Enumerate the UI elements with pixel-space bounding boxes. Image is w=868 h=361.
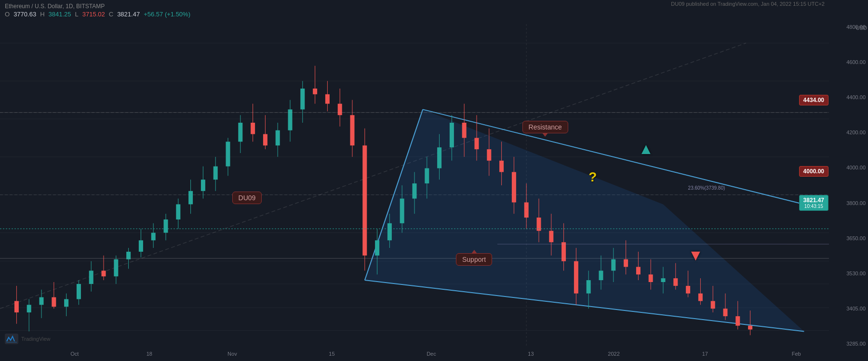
close-label: C	[109, 11, 113, 18]
time-2022: 2022	[608, 351, 619, 357]
price-level-3530: 3530.00	[846, 271, 866, 276]
du09-label: DU09	[232, 192, 262, 204]
time-oct: Oct	[70, 351, 79, 357]
price-level-4400: 4400.00	[846, 94, 866, 100]
change-value: +56.57 (+1.50%)	[144, 11, 190, 18]
chart-container: DU09 published on TradingView.com, Jan 0…	[0, 0, 868, 361]
price-badge-4434: 4434.00	[799, 95, 828, 105]
price-level-4600: 4600.00	[846, 59, 866, 65]
high-label: H	[40, 11, 44, 18]
price-level-4800: 4800.00	[846, 24, 866, 30]
time-axis: Oct 18 Nov 15 Dec 13 2022 17 Feb	[0, 347, 829, 361]
price-chart	[0, 0, 829, 361]
price-level-3405: 3405.00	[846, 306, 866, 311]
price-axis: 4800.00 4600.00 4400.00 4200.00 4000.00 …	[829, 24, 868, 347]
close-value: 3821.47	[117, 11, 140, 18]
price-level-4000: 4000.00	[846, 165, 866, 170]
chart-header: Ethereum / U.S. Dollar, 1D, BITSTAMP O 3…	[0, 0, 868, 21]
tradingview-watermark: TradingView	[5, 334, 51, 344]
high-value: 3841.25	[49, 11, 71, 18]
support-label: Support	[456, 253, 492, 266]
current-price-value: 3821.47	[803, 197, 824, 204]
current-price-time: 10:43:15	[803, 204, 824, 209]
resistance-label: Resistance	[522, 121, 568, 133]
green-up-arrow: ▲	[638, 140, 654, 158]
tradingview-logo	[5, 334, 18, 344]
tradingview-text: TradingView	[21, 336, 51, 342]
open-value: 3770.63	[13, 11, 36, 18]
price-badge-4000: 4000.00	[799, 166, 828, 177]
time-13: 13	[528, 351, 534, 357]
price-level-3800: 3800.00	[846, 200, 866, 206]
time-feb: Feb	[792, 351, 801, 357]
symbol-title: Ethereum / U.S. Dollar, 1D, BITSTAMP	[5, 3, 863, 10]
price-level-4200: 4200.00	[846, 129, 866, 135]
open-label: O	[5, 11, 10, 18]
red-down-arrow: ▼	[688, 246, 704, 264]
time-dec: Dec	[427, 351, 436, 357]
time-18: 18	[147, 351, 152, 357]
price-level-3285: 3285.00	[846, 341, 866, 347]
low-label: L	[75, 11, 79, 18]
question-mark: ?	[588, 169, 597, 185]
time-17: 17	[702, 351, 708, 357]
svg-rect-1	[6, 342, 17, 343]
low-value: 3715.02	[82, 11, 105, 18]
time-15: 15	[329, 351, 334, 357]
price-level-3650: 3650.00	[846, 235, 866, 241]
time-nov: Nov	[227, 351, 237, 357]
ohlc-bar: O 3770.63 H 3841.25 L 3715.02 C 3821.47 …	[5, 11, 863, 18]
price-badge-current: 3821.47 10:43:15	[799, 195, 828, 211]
fib-label: 23.60%(3739.80)	[688, 185, 725, 191]
